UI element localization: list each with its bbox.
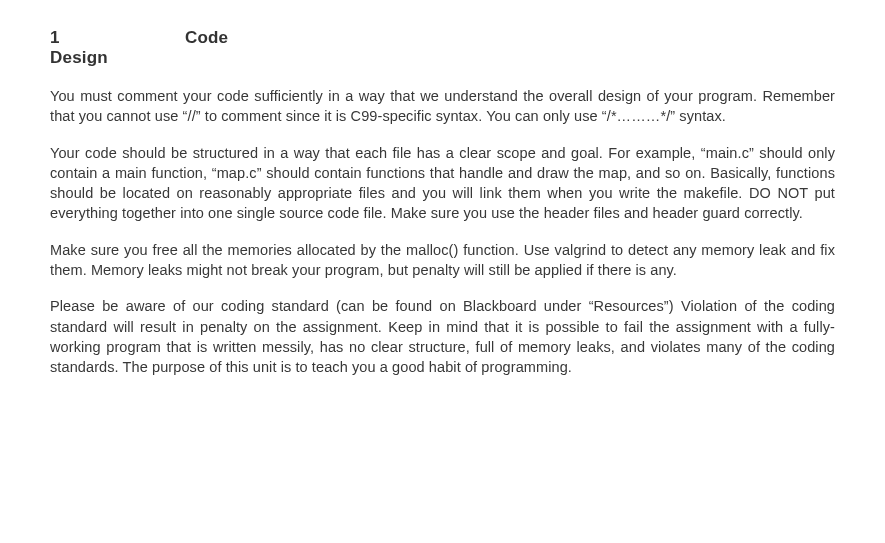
- heading-word-design: Design: [50, 48, 108, 67]
- heading-line-2: Design: [50, 48, 835, 68]
- heading-word-code: Code: [185, 28, 228, 48]
- heading-line-1: 1 Code: [50, 28, 835, 48]
- section-number: 1: [50, 28, 180, 48]
- paragraph-3: Make sure you free all the memories allo…: [50, 240, 835, 281]
- paragraph-1: You must comment your code sufficiently …: [50, 86, 835, 127]
- section-heading: 1 Code Design: [50, 28, 835, 68]
- paragraph-4: Please be aware of our coding standard (…: [50, 296, 835, 377]
- paragraph-2: Your code should be structured in a way …: [50, 143, 835, 224]
